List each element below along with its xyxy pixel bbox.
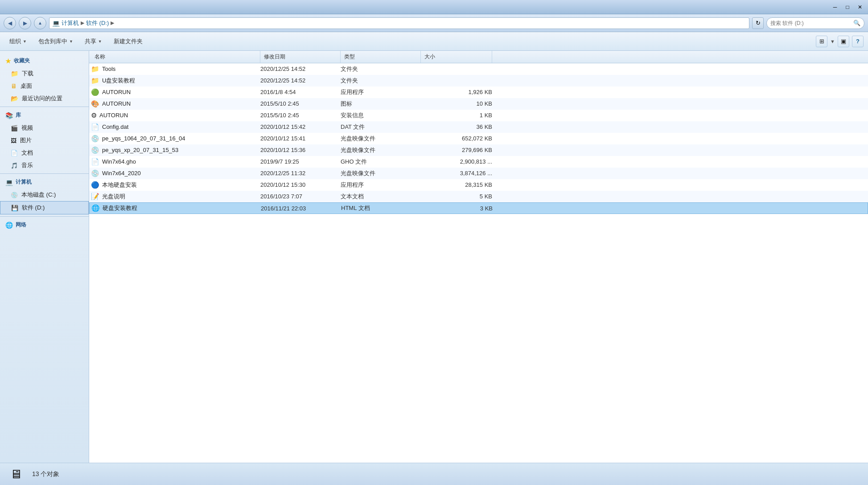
sidebar-section-favorites: ★ 收藏夹 📁 下载 🖥 桌面 📂 最近访问的位置 [0, 54, 89, 105]
table-row[interactable]: ⚙ AUTORUN 2015/5/10 2:45 安装信息 1 KB [89, 110, 868, 121]
file-size-cell: 652,072 KB [421, 135, 492, 142]
sidebar-item-local-c[interactable]: 💿 本地磁盘 (C:) [0, 189, 89, 201]
file-type-cell: 图标 [341, 100, 421, 108]
file-date-cell: 2015/5/10 2:45 [260, 100, 341, 107]
file-date-cell: 2015/5/10 2:45 [260, 112, 341, 119]
table-row[interactable]: 🎨 AUTORUN 2015/5/10 2:45 图标 10 KB [89, 98, 868, 110]
sidebar-item-music[interactable]: 🎵 音乐 [0, 159, 89, 172]
file-type-icon: 🌐 [91, 204, 100, 212]
sidebar-item-pictures[interactable]: 🖼 图片 [0, 134, 89, 147]
sidebar-section-network: 🌐 网络 [0, 218, 89, 231]
status-bar: 🖥 13 个对象 [0, 463, 868, 485]
view-button[interactable]: ⊞ [816, 36, 827, 47]
include-library-button[interactable]: 包含到库中 ▼ [33, 35, 78, 48]
address-path: 💻 计算机 ▶ 软件 (D:) ▶ [49, 17, 749, 29]
table-row[interactable]: 🌐 硬盘安装教程 2016/11/21 22:03 HTML 文档 3 KB [89, 202, 868, 214]
sidebar-item-documents[interactable]: 📄 文档 [0, 147, 89, 159]
file-name-cell: 📄 Config.dat [91, 123, 260, 131]
sidebar-item-desktop[interactable]: 🖥 桌面 [0, 80, 89, 92]
sidebar-item-software-d[interactable]: 💾 软件 (D:) [0, 201, 89, 214]
sidebar-header-favorites[interactable]: ★ 收藏夹 [0, 54, 89, 67]
sidebar-header-library[interactable]: 📚 库 [0, 109, 89, 122]
path-drive[interactable]: 软件 (D:) [86, 19, 109, 27]
sidebar-section-library: 📚 库 🎬 视频 🖼 图片 📄 文档 🎵 音乐 [0, 109, 89, 172]
table-row[interactable]: 🟢 AUTORUN 2016/1/8 4:54 应用程序 1,926 KB [89, 86, 868, 98]
table-row[interactable]: 🔵 本地硬盘安装 2020/10/12 15:30 应用程序 28,315 KB [89, 179, 868, 191]
file-type-cell: 应用程序 [341, 88, 421, 96]
file-type-icon: 📁 [91, 65, 99, 73]
new-folder-button[interactable]: 新建文件夹 [109, 35, 148, 48]
sidebar-item-recent[interactable]: 📂 最近访问的位置 [0, 92, 89, 105]
main-layout: ★ 收藏夹 📁 下载 🖥 桌面 📂 最近访问的位置 📚 库 � [0, 51, 868, 463]
table-row[interactable]: 📄 Config.dat 2020/10/12 15:42 DAT 文件 36 … [89, 121, 868, 133]
file-size-cell: 279,696 KB [421, 147, 492, 153]
sidebar-item-downloads[interactable]: 📁 下载 [0, 67, 89, 80]
minimize-button[interactable]: ─ [829, 2, 841, 12]
col-header-modified[interactable]: 修改日期 [260, 51, 341, 63]
computer-label: 计算机 [16, 178, 32, 186]
file-type-cell: 文本文档 [341, 193, 421, 201]
file-type-cell: 应用程序 [341, 181, 421, 189]
sidebar-header-network[interactable]: 🌐 网络 [0, 218, 89, 231]
file-type-icon: ⚙ [91, 111, 97, 119]
table-row[interactable]: 💿 pe_yqs_xp_20_07_31_15_53 2020/10/12 15… [89, 144, 868, 156]
star-icon: ★ [5, 58, 11, 65]
file-name-cell: 🎨 AUTORUN [91, 100, 260, 108]
organize-button[interactable]: 组织 ▼ [4, 35, 32, 48]
file-date-cell: 2019/9/7 19:25 [260, 158, 341, 165]
file-date-cell: 2020/12/25 14:52 [260, 66, 341, 72]
share-button[interactable]: 共享 ▼ [80, 35, 107, 48]
file-name-cell: 📁 U盘安装教程 [91, 77, 260, 85]
refresh-button[interactable]: ↻ [752, 17, 764, 29]
file-area: 名称 修改日期 类型 大小 📁 Tools 2020/12/25 14:52 文… [89, 51, 868, 463]
sidebar-header-computer[interactable]: 💻 计算机 [0, 176, 89, 189]
file-date-cell: 2016/10/23 7:07 [260, 193, 341, 200]
file-size-cell: 5 KB [421, 193, 492, 200]
file-type-icon: 💿 [91, 146, 99, 154]
network-label: 网络 [16, 221, 26, 229]
table-row[interactable]: 📁 Tools 2020/12/25 14:52 文件夹 [89, 63, 868, 75]
file-size-cell: 10 KB [421, 100, 492, 107]
sidebar: ★ 收藏夹 📁 下载 🖥 桌面 📂 最近访问的位置 📚 库 � [0, 51, 89, 463]
col-header-name[interactable]: 名称 [91, 51, 260, 63]
documents-icon: 📄 [11, 150, 18, 156]
preview-button[interactable]: ▣ [838, 36, 849, 47]
table-row[interactable]: 💿 Win7x64_2020 2020/12/25 11:32 光盘映像文件 3… [89, 168, 868, 179]
table-row[interactable]: 💿 pe_yqs_1064_20_07_31_16_04 2020/10/12 … [89, 133, 868, 144]
sidebar-divider-2 [0, 173, 89, 174]
file-type-icon: 📝 [91, 193, 99, 201]
file-size-cell: 1 KB [421, 112, 492, 119]
file-size-cell: 2,900,813 ... [421, 158, 492, 165]
file-name-cell: 📁 Tools [91, 65, 260, 73]
col-header-size[interactable]: 大小 [421, 51, 492, 63]
search-input[interactable] [770, 20, 852, 26]
file-date-cell: 2020/12/25 14:52 [260, 77, 341, 84]
table-row[interactable]: 📁 U盘安装教程 2020/12/25 14:52 文件夹 [89, 75, 868, 86]
col-header-type[interactable]: 类型 [341, 51, 421, 63]
maximize-button[interactable]: □ [841, 2, 854, 12]
table-row[interactable]: 📄 Win7x64.gho 2019/9/7 19:25 GHO 文件 2,90… [89, 156, 868, 168]
sidebar-section-computer: 💻 计算机 💿 本地磁盘 (C:) 💾 软件 (D:) [0, 176, 89, 214]
folder-icon-desktop: 🖥 [11, 82, 17, 90]
path-computer[interactable]: 计算机 [62, 19, 79, 27]
computer-icon: 💻 [5, 179, 13, 186]
back-button[interactable]: ◀ [4, 17, 16, 29]
file-type-icon: 🎨 [91, 100, 99, 108]
sidebar-divider-3 [0, 216, 89, 217]
file-date-cell: 2020/10/12 15:41 [260, 135, 341, 142]
file-type-icon: 🔵 [91, 181, 99, 189]
folder-icon-downloads: 📁 [11, 70, 18, 77]
table-row[interactable]: 📝 光盘说明 2016/10/23 7:07 文本文档 5 KB [89, 191, 868, 202]
close-button[interactable]: ✕ [854, 2, 866, 12]
search-icon: 🔍 [853, 20, 860, 26]
toolbar-right: ⊞ ▼ ▣ ? [816, 36, 864, 47]
sidebar-item-video[interactable]: 🎬 视频 [0, 122, 89, 134]
file-name-cell: ⚙ AUTORUN [91, 111, 260, 119]
organize-dropdown-arrow: ▼ [23, 39, 27, 44]
help-button[interactable]: ? [852, 36, 864, 47]
file-size-cell: 28,315 KB [421, 181, 492, 188]
file-date-cell: 2020/10/12 15:36 [260, 147, 341, 153]
forward-button[interactable]: ▶ [19, 17, 31, 29]
up-button[interactable]: ▲ [34, 17, 46, 29]
file-date-cell: 2020/10/12 15:30 [260, 181, 341, 188]
